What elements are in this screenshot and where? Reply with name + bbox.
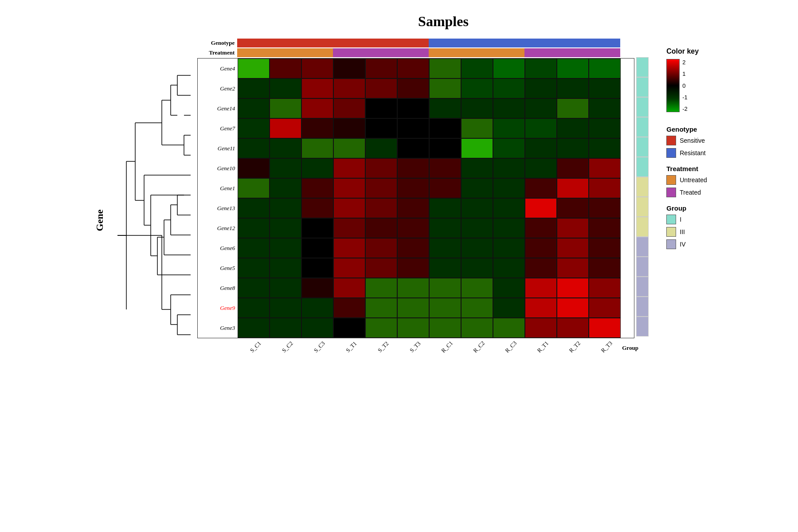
heatmap-row-cells <box>238 238 621 258</box>
heatmap-cell <box>301 198 333 218</box>
heatmap-row: Gene12 <box>198 218 634 238</box>
heatmap-cell <box>493 118 525 138</box>
heatmap-cell <box>301 218 333 238</box>
heatmap-cell <box>397 78 429 98</box>
heatmap-cell <box>461 158 493 178</box>
heatmap-cell <box>461 59 493 78</box>
heatmap-cell <box>429 138 461 158</box>
heatmap-cell <box>557 218 589 238</box>
heatmap-cell <box>429 178 461 198</box>
group-sidebar-segment <box>636 217 649 237</box>
heatmap-row-cells <box>238 118 621 138</box>
main-container: Samples Gene <box>0 0 798 532</box>
heatmap-cell <box>301 178 333 198</box>
group-sidebar-segment <box>636 237 649 257</box>
heatmap-cell <box>493 178 525 198</box>
legend-area: Color key 210-1-2 Genotype SensitiveResi… <box>666 47 707 252</box>
heatmap-row-cells <box>238 138 621 158</box>
heatmap-cell <box>557 118 589 138</box>
heatmap-cell <box>557 138 589 158</box>
heatmap-cell <box>525 118 557 138</box>
heatmap-row: Gene11 <box>198 138 634 158</box>
yaxis-label: Gene <box>94 210 106 231</box>
heatmap-cell <box>429 298 461 318</box>
heatmap-cell <box>270 118 301 138</box>
gene-name-label: Gene14 <box>198 105 238 112</box>
gene-name-label: Gene4 <box>198 65 238 72</box>
gene-name-label: Gene13 <box>198 205 238 212</box>
treatment-bar <box>237 48 620 57</box>
heatmap-cell <box>365 238 397 258</box>
heatmap-cell <box>397 218 429 238</box>
heatmap-cell <box>557 78 589 98</box>
treatment-segment <box>237 48 333 57</box>
heatmap-cell <box>525 78 557 98</box>
group-legend-box <box>666 239 676 249</box>
heatmap-cell <box>525 138 557 158</box>
heatmap-cell <box>493 258 525 278</box>
group-sidebar-segment <box>636 317 649 336</box>
heatmap-row-cells <box>238 98 621 118</box>
group-legend-items: IIIIIV <box>666 215 707 249</box>
treatment-segment <box>524 48 620 57</box>
heatmap-cell <box>397 59 429 78</box>
heatmap-cell <box>270 298 301 318</box>
genotype-annotation-row: Genotype <box>197 39 634 47</box>
heatmap-row: Gene8 <box>198 278 634 298</box>
heatmap-cell <box>397 158 429 178</box>
genotype-segment <box>429 39 620 47</box>
heatmap-cell <box>429 238 461 258</box>
group-sidebar-segment <box>636 277 649 297</box>
heatmap-cell <box>397 258 429 278</box>
heatmap-cell <box>238 78 270 98</box>
heatmap-row: Gene13 <box>198 198 634 218</box>
heatmap-cell <box>301 98 333 118</box>
heatmap-row: Gene6 <box>198 238 634 258</box>
heatmap-row-cells <box>238 198 621 218</box>
heatmap-cell <box>333 178 365 198</box>
heatmap-cell <box>429 258 461 278</box>
heatmap-row: Gene5 <box>198 258 634 278</box>
group-legend-title: Group <box>666 204 707 212</box>
group-legend-item: III <box>666 227 707 237</box>
heatmap-cell <box>238 59 270 78</box>
heatmap-cell <box>238 218 270 238</box>
heatmap-cell <box>270 198 301 218</box>
xaxis-group-label: Group <box>622 340 634 352</box>
heatmap-cell <box>238 178 270 198</box>
heatmap-cell <box>493 78 525 98</box>
heatmap-cell <box>270 59 301 78</box>
legend-color-box <box>666 188 676 197</box>
legend-item-label: Treated <box>680 189 701 196</box>
heatmap-cell <box>270 78 301 98</box>
group-sidebar-segment <box>636 177 649 197</box>
heatmap-cell <box>493 59 525 78</box>
group-legend-item-label: III <box>680 228 685 235</box>
legend-item-label: Untreated <box>680 176 707 184</box>
color-key-value: -1 <box>682 94 688 101</box>
heatmap-row-cells <box>238 218 621 238</box>
group-sidebar-segment <box>636 117 649 137</box>
genotype-legend-section: Genotype SensitiveResistant <box>666 121 707 160</box>
heatmap-cell <box>557 258 589 278</box>
treatment-legend-items: UntreatedTreated <box>666 175 707 197</box>
treatment-legend-item: Treated <box>666 188 707 197</box>
genotype-segment <box>237 39 429 47</box>
group-sidebar-segment <box>636 97 649 117</box>
heatmap-cell <box>238 138 270 158</box>
heatmap-cell <box>397 138 429 158</box>
group-sidebar-segment <box>636 297 649 317</box>
heatmap-cell <box>461 298 493 318</box>
gene-name-label: Gene6 <box>198 245 238 252</box>
heatmap-cell <box>589 118 621 138</box>
heatmap-cell <box>589 98 621 118</box>
heatmap-cell <box>429 218 461 238</box>
heatmap-cell <box>238 298 270 318</box>
heatmap-cell <box>333 278 365 298</box>
heatmap-row: Gene2 <box>198 78 634 98</box>
heatmap-cell <box>557 178 589 198</box>
color-key-bar <box>666 59 680 112</box>
heatmap-cell <box>301 118 333 138</box>
heatmap-cell <box>493 278 525 298</box>
genotype-legend-title: Genotype <box>666 125 707 133</box>
